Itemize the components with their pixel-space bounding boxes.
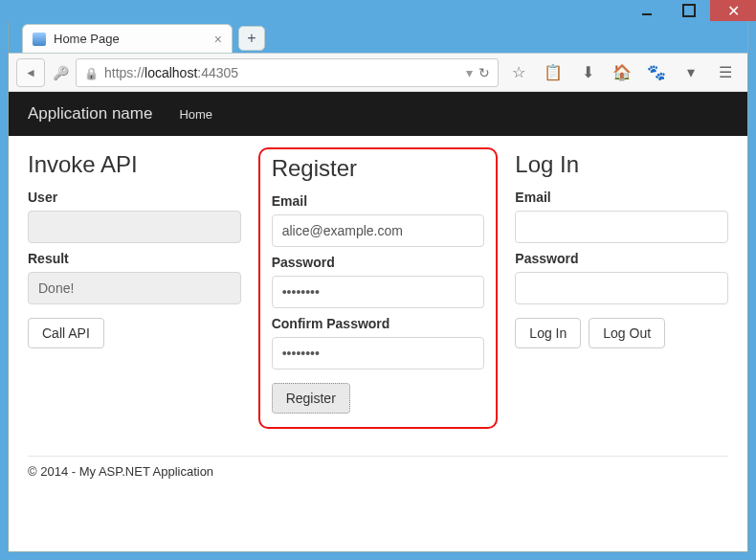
invoke-heading: Invoke API: [28, 151, 241, 178]
app-brand[interactable]: Application name: [28, 104, 152, 123]
app-navbar: Application name Home: [9, 92, 747, 136]
browser-window: Home Page × + https://localhost:44305 ▾ …: [0, 0, 756, 560]
register-confirm-label: Confirm Password: [272, 316, 485, 331]
home-icon[interactable]: 🏠: [608, 58, 636, 87]
favicon-icon: [33, 33, 46, 46]
login-section: Log In Email Password Log In Log Out: [515, 151, 728, 429]
window-maximize-button[interactable]: [668, 0, 710, 21]
login-button[interactable]: Log In: [515, 318, 581, 348]
lock-icon: [84, 65, 99, 80]
browser-frame: Home Page × + https://localhost:44305 ▾ …: [8, 21, 748, 552]
footer-text: © 2014 - My ASP.NET Application: [28, 464, 728, 484]
login-heading: Log In: [515, 151, 728, 178]
url-text: https://localhost:44305: [104, 65, 460, 80]
bookmark-star-icon[interactable]: ☆: [504, 58, 533, 87]
register-password-input[interactable]: [272, 276, 485, 308]
invoke-result-label: Result: [28, 251, 241, 266]
invoke-api-section: Invoke API User Result Call API: [28, 151, 241, 429]
page-body: Invoke API User Result Call API Register…: [9, 136, 747, 494]
register-confirm-input[interactable]: [272, 337, 485, 370]
invoke-user-label: User: [28, 190, 241, 205]
register-email-input[interactable]: [272, 214, 485, 247]
register-password-label: Password: [272, 255, 485, 270]
window-minimize-button[interactable]: [626, 0, 668, 21]
new-tab-button[interactable]: +: [238, 26, 265, 51]
login-password-input[interactable]: [515, 272, 728, 304]
url-port: :44305: [197, 65, 238, 80]
tab-strip: Home Page × +: [9, 21, 747, 54]
login-email-input[interactable]: [515, 211, 728, 243]
login-email-label: Email: [515, 190, 728, 205]
addon-dropdown-icon[interactable]: ▾: [677, 58, 705, 87]
page-content: Application name Home Invoke API User Re…: [9, 92, 747, 551]
footer-divider: [28, 456, 728, 457]
browser-toolbar: https://localhost:44305 ▾ ☆ 📋 ⬇ 🏠 🐾 ▾ ☰: [9, 54, 747, 92]
clipboard-icon[interactable]: 📋: [539, 58, 567, 87]
downloads-icon[interactable]: ⬇: [573, 58, 602, 87]
identity-key-icon[interactable]: [51, 63, 70, 82]
back-button[interactable]: [16, 58, 45, 87]
call-api-button[interactable]: Call API: [28, 318, 104, 348]
logout-button[interactable]: Log Out: [589, 318, 665, 348]
register-heading: Register: [272, 155, 485, 182]
window-close-button[interactable]: [710, 0, 756, 21]
tab-close-icon[interactable]: ×: [214, 32, 222, 47]
menu-icon[interactable]: ☰: [711, 58, 740, 87]
nav-home-link[interactable]: Home: [179, 107, 212, 122]
reload-icon[interactable]: [478, 65, 490, 80]
invoke-user-input[interactable]: [28, 211, 241, 243]
tab-title: Home Page: [54, 32, 120, 46]
address-bar[interactable]: https://localhost:44305 ▾: [76, 58, 499, 87]
login-password-label: Password: [515, 251, 728, 266]
register-button[interactable]: Register: [272, 383, 350, 414]
invoke-result-input[interactable]: [28, 272, 241, 304]
browser-tab[interactable]: Home Page ×: [22, 24, 233, 53]
addon-icon[interactable]: 🐾: [642, 58, 671, 87]
history-dropdown-icon[interactable]: ▾: [466, 65, 473, 80]
url-host: localhost: [145, 65, 197, 80]
register-email-label: Email: [272, 193, 485, 209]
url-scheme: https://: [104, 65, 145, 80]
register-section: Register Email Password Confirm Password…: [258, 147, 499, 429]
